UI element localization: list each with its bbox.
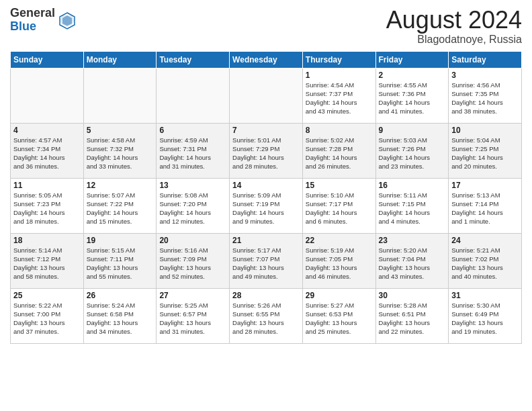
calendar: SundayMondayTuesdayWednesdayThursdayFrid… xyxy=(10,51,522,344)
day-info: Sunrise: 4:56 AM Sunset: 7:35 PM Dayligh… xyxy=(451,81,519,116)
day-number: 7 xyxy=(232,126,300,135)
calendar-cell: 17Sunrise: 5:13 AM Sunset: 7:14 PM Dayli… xyxy=(449,178,522,233)
calendar-cell: 21Sunrise: 5:17 AM Sunset: 7:07 PM Dayli… xyxy=(230,233,303,288)
day-info: Sunrise: 4:58 AM Sunset: 7:32 PM Dayligh… xyxy=(87,136,154,171)
day-number: 8 xyxy=(306,126,373,135)
day-info: Sunrise: 4:55 AM Sunset: 7:36 PM Dayligh… xyxy=(379,81,446,116)
day-info: Sunrise: 5:03 AM Sunset: 7:26 PM Dayligh… xyxy=(379,136,446,171)
calendar-cell: 18Sunrise: 5:14 AM Sunset: 7:12 PM Dayli… xyxy=(11,233,84,288)
weekday-header-friday: Friday xyxy=(375,51,449,68)
day-info: Sunrise: 4:59 AM Sunset: 7:31 PM Dayligh… xyxy=(159,136,226,171)
day-number: 9 xyxy=(379,126,446,135)
day-info: Sunrise: 5:15 AM Sunset: 7:11 PM Dayligh… xyxy=(87,246,154,281)
calendar-cell: 12Sunrise: 5:07 AM Sunset: 7:22 PM Dayli… xyxy=(83,178,157,233)
calendar-week-1: 4Sunrise: 4:57 AM Sunset: 7:34 PM Daylig… xyxy=(11,123,522,178)
calendar-cell: 31Sunrise: 5:30 AM Sunset: 6:49 PM Dayli… xyxy=(449,288,522,343)
day-number: 19 xyxy=(87,236,154,245)
calendar-cell: 29Sunrise: 5:27 AM Sunset: 6:53 PM Dayli… xyxy=(302,288,375,343)
calendar-cell xyxy=(11,68,84,123)
day-info: Sunrise: 5:10 AM Sunset: 7:17 PM Dayligh… xyxy=(306,191,373,226)
title-block: August 2024 Blagodatnoye, Russia xyxy=(386,7,522,46)
day-info: Sunrise: 5:20 AM Sunset: 7:04 PM Dayligh… xyxy=(379,246,446,281)
weekday-row: SundayMondayTuesdayWednesdayThursdayFrid… xyxy=(11,51,522,68)
day-info: Sunrise: 5:26 AM Sunset: 6:55 PM Dayligh… xyxy=(232,301,300,336)
logo-general-text: General xyxy=(10,6,55,19)
day-number: 12 xyxy=(87,181,154,190)
day-info: Sunrise: 5:28 AM Sunset: 6:51 PM Dayligh… xyxy=(379,301,446,336)
day-number: 15 xyxy=(306,181,373,190)
calendar-cell: 1Sunrise: 4:54 AM Sunset: 7:37 PM Daylig… xyxy=(302,68,375,123)
calendar-cell xyxy=(83,68,157,123)
day-number: 21 xyxy=(232,236,300,245)
day-number: 3 xyxy=(451,71,519,80)
day-number: 11 xyxy=(13,181,81,190)
day-number: 30 xyxy=(379,291,446,300)
calendar-cell: 14Sunrise: 5:09 AM Sunset: 7:19 PM Dayli… xyxy=(230,178,303,233)
day-number: 6 xyxy=(159,126,226,135)
day-number: 22 xyxy=(306,236,373,245)
day-info: Sunrise: 5:25 AM Sunset: 6:57 PM Dayligh… xyxy=(159,301,226,336)
day-number: 1 xyxy=(306,71,373,80)
month-title: August 2024 xyxy=(386,7,522,34)
day-number: 18 xyxy=(13,236,81,245)
day-number: 10 xyxy=(451,126,519,135)
day-info: Sunrise: 5:09 AM Sunset: 7:19 PM Dayligh… xyxy=(232,191,300,226)
calendar-cell: 9Sunrise: 5:03 AM Sunset: 7:26 PM Daylig… xyxy=(375,123,449,178)
day-info: Sunrise: 5:11 AM Sunset: 7:15 PM Dayligh… xyxy=(379,191,446,226)
calendar-cell: 2Sunrise: 4:55 AM Sunset: 7:36 PM Daylig… xyxy=(375,68,449,123)
day-number: 31 xyxy=(451,291,519,300)
calendar-header: SundayMondayTuesdayWednesdayThursdayFrid… xyxy=(11,51,522,68)
day-number: 4 xyxy=(13,126,81,135)
day-info: Sunrise: 5:02 AM Sunset: 7:28 PM Dayligh… xyxy=(306,136,373,171)
day-number: 28 xyxy=(232,291,300,300)
day-info: Sunrise: 5:13 AM Sunset: 7:14 PM Dayligh… xyxy=(451,191,519,226)
calendar-cell: 26Sunrise: 5:24 AM Sunset: 6:58 PM Dayli… xyxy=(83,288,157,343)
weekday-header-tuesday: Tuesday xyxy=(157,51,230,68)
calendar-cell: 10Sunrise: 5:04 AM Sunset: 7:25 PM Dayli… xyxy=(449,123,522,178)
day-number: 24 xyxy=(451,236,519,245)
calendar-cell: 8Sunrise: 5:02 AM Sunset: 7:28 PM Daylig… xyxy=(302,123,375,178)
calendar-cell: 28Sunrise: 5:26 AM Sunset: 6:55 PM Dayli… xyxy=(230,288,303,343)
logo: General Blue xyxy=(10,7,77,34)
weekday-header-sunday: Sunday xyxy=(11,51,84,68)
day-number: 20 xyxy=(159,236,226,245)
day-number: 23 xyxy=(379,236,446,245)
calendar-cell: 13Sunrise: 5:08 AM Sunset: 7:20 PM Dayli… xyxy=(157,178,230,233)
day-info: Sunrise: 5:14 AM Sunset: 7:12 PM Dayligh… xyxy=(13,246,81,281)
calendar-cell: 30Sunrise: 5:28 AM Sunset: 6:51 PM Dayli… xyxy=(375,288,449,343)
logo-icon xyxy=(57,10,77,30)
day-number: 16 xyxy=(379,181,446,190)
calendar-cell xyxy=(230,68,303,123)
calendar-cell: 23Sunrise: 5:20 AM Sunset: 7:04 PM Dayli… xyxy=(375,233,449,288)
day-number: 2 xyxy=(379,71,446,80)
day-number: 13 xyxy=(159,181,226,190)
calendar-cell: 19Sunrise: 5:15 AM Sunset: 7:11 PM Dayli… xyxy=(83,233,157,288)
day-info: Sunrise: 5:21 AM Sunset: 7:02 PM Dayligh… xyxy=(451,246,519,281)
calendar-cell: 25Sunrise: 5:22 AM Sunset: 7:00 PM Dayli… xyxy=(11,288,84,343)
day-info: Sunrise: 5:27 AM Sunset: 6:53 PM Dayligh… xyxy=(306,301,373,336)
calendar-week-4: 25Sunrise: 5:22 AM Sunset: 7:00 PM Dayli… xyxy=(11,288,522,343)
day-number: 14 xyxy=(232,181,300,190)
calendar-cell: 27Sunrise: 5:25 AM Sunset: 6:57 PM Dayli… xyxy=(157,288,230,343)
day-info: Sunrise: 4:54 AM Sunset: 7:37 PM Dayligh… xyxy=(306,81,373,116)
day-number: 27 xyxy=(159,291,226,300)
header: General Blue August 2024 Blagodatnoye, R… xyxy=(10,7,522,46)
day-number: 26 xyxy=(87,291,154,300)
calendar-cell: 11Sunrise: 5:05 AM Sunset: 7:23 PM Dayli… xyxy=(11,178,84,233)
location-title: Blagodatnoye, Russia xyxy=(386,34,522,46)
calendar-week-3: 18Sunrise: 5:14 AM Sunset: 7:12 PM Dayli… xyxy=(11,233,522,288)
day-number: 25 xyxy=(13,291,81,300)
day-info: Sunrise: 5:22 AM Sunset: 7:00 PM Dayligh… xyxy=(13,301,81,336)
calendar-week-0: 1Sunrise: 4:54 AM Sunset: 7:37 PM Daylig… xyxy=(11,68,522,123)
calendar-week-2: 11Sunrise: 5:05 AM Sunset: 7:23 PM Dayli… xyxy=(11,178,522,233)
weekday-header-thursday: Thursday xyxy=(302,51,375,68)
day-number: 5 xyxy=(87,126,154,135)
day-info: Sunrise: 5:17 AM Sunset: 7:07 PM Dayligh… xyxy=(232,246,300,281)
calendar-cell xyxy=(157,68,230,123)
day-number: 29 xyxy=(306,291,373,300)
day-info: Sunrise: 4:57 AM Sunset: 7:34 PM Dayligh… xyxy=(13,136,81,171)
calendar-cell: 20Sunrise: 5:16 AM Sunset: 7:09 PM Dayli… xyxy=(157,233,230,288)
calendar-cell: 16Sunrise: 5:11 AM Sunset: 7:15 PM Dayli… xyxy=(375,178,449,233)
day-info: Sunrise: 5:30 AM Sunset: 6:49 PM Dayligh… xyxy=(451,301,519,336)
calendar-cell: 24Sunrise: 5:21 AM Sunset: 7:02 PM Dayli… xyxy=(449,233,522,288)
